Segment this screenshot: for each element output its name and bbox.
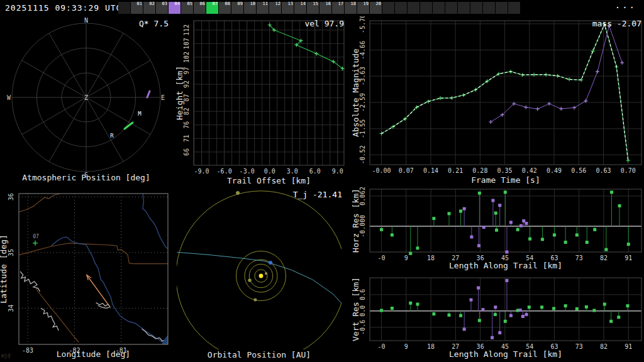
svg-text:-5.70: -5.70 [359, 16, 366, 33]
station-slot-empty[interactable] [445, 2, 457, 14]
svg-text:Q* 7.5: Q* 7.5 [139, 19, 169, 28]
svg-text:9: 9 [404, 255, 408, 261]
svg-text:Z: Z [84, 94, 88, 101]
svg-text:18: 18 [427, 343, 435, 350]
station-slot-09[interactable]: 09 [231, 2, 243, 14]
orbital-position-panel: T_j -21.41Orbital Position [AU] [176, 187, 352, 362]
light-curve-panel: -0.000.070.140.210.280.350.420.490.560.6… [352, 16, 644, 187]
svg-text:102: 102 [183, 52, 190, 63]
svg-text:Frame Time [s]: Frame Time [s] [471, 175, 540, 185]
station-slot-11[interactable]: 11 [257, 2, 269, 14]
station-slot-number: 14 [301, 1, 306, 7]
station-slot-01[interactable]: 01 [131, 2, 143, 14]
station-slot-empty[interactable] [395, 2, 407, 14]
svg-text:W: W [7, 94, 11, 101]
station-slot-number: 16 [326, 1, 331, 7]
svg-text:-0: -0 [378, 343, 386, 350]
svg-text:0.42: 0.42 [522, 167, 537, 174]
svg-text:35: 35 [8, 249, 14, 256]
station-slot-06[interactable]: 06 [194, 2, 206, 14]
station-slot-05[interactable]: 05 [181, 2, 193, 14]
svg-text:76: 76 [183, 121, 190, 129]
station-slot-empty[interactable] [118, 2, 130, 14]
station-slot-04[interactable]: 04 [169, 2, 180, 14]
station-slot-empty[interactable] [408, 2, 419, 14]
svg-text:Absolute Magnitude: Absolute Magnitude [352, 48, 360, 137]
svg-text:07: 07 [33, 234, 39, 239]
svg-text:vel 97.9: vel 97.9 [304, 19, 344, 28]
svg-text:0.35: 0.35 [497, 167, 513, 174]
svg-text:9.0: 9.0 [332, 168, 343, 175]
station-slot-20[interactable]: 20 [370, 2, 382, 14]
station-slot-16[interactable]: 16 [319, 2, 331, 14]
svg-text:R: R [110, 133, 114, 139]
svg-text:107: 107 [183, 38, 190, 49]
station-slot-number: 10 [250, 1, 255, 7]
station-slot-empty[interactable] [508, 2, 520, 14]
svg-text:Vert Res [km]: Vert Res [km] [352, 277, 360, 341]
svg-text:-0.52: -0.52 [359, 145, 366, 164]
station-slot-number: 05 [187, 1, 192, 7]
svg-text:Length Along Trail [km]: Length Along Trail [km] [449, 261, 562, 270]
svg-text:0.70: 0.70 [621, 167, 636, 174]
station-slot-17[interactable]: 17 [332, 2, 344, 14]
svg-text:0.49: 0.49 [547, 167, 562, 174]
svg-text:0.07: 0.07 [399, 167, 414, 174]
corner-note: mjd [1, 353, 10, 359]
svg-text:0.14: 0.14 [423, 167, 438, 174]
station-slot-empty[interactable] [496, 2, 508, 14]
station-slot-empty[interactable] [420, 2, 432, 14]
station-slot-12[interactable]: 12 [269, 2, 281, 14]
station-slot-number: 07 [213, 1, 218, 7]
svg-text:Atmospheric Position [deg]: Atmospheric Position [deg] [22, 173, 150, 182]
svg-text:Trail Offset [km]: Trail Offset [km] [227, 176, 311, 185]
svg-text:36: 36 [8, 193, 14, 200]
height-profile-panel: -9.0-6.0-3.00.03.06.09.06671768287929710… [176, 16, 352, 187]
svg-text:66: 66 [183, 148, 190, 156]
station-slot-07[interactable]: 07 [206, 2, 218, 14]
svg-text:34: 34 [8, 304, 14, 312]
svg-text:73: 73 [575, 255, 583, 261]
utc-timestamp: 20251115 09:33:29 UTC [5, 3, 121, 13]
station-slot-08[interactable]: 08 [219, 2, 231, 14]
station-slot-number: 19 [364, 1, 369, 7]
svg-text:-0: -0 [378, 255, 386, 261]
svg-text:Horz Res [km]: Horz Res [km] [352, 189, 360, 253]
station-slot-number: 13 [288, 1, 293, 7]
overflow-menu-icon[interactable]: ... [615, 0, 636, 10]
station-slot-number: 15 [313, 1, 318, 7]
station-slot-15[interactable]: 15 [307, 2, 319, 14]
station-slot-number: 20 [376, 1, 381, 7]
station-slot-number: 06 [200, 1, 205, 7]
station-slot-18[interactable]: 18 [345, 2, 357, 14]
station-slot-number: 11 [263, 1, 268, 7]
station-slot-empty[interactable] [470, 2, 482, 14]
station-slot-empty[interactable] [483, 2, 495, 14]
station-slot-empty[interactable] [433, 2, 445, 14]
station-slot-number: 18 [351, 1, 356, 7]
station-slot-empty[interactable] [382, 2, 394, 14]
svg-text:-9.0: -9.0 [194, 168, 209, 175]
svg-text:mass -2.07: mass -2.07 [592, 19, 641, 28]
svg-text:82: 82 [600, 343, 608, 350]
horz-res-panel: -091827364554637382910.062-0.000Length A… [352, 187, 644, 275]
station-slot-number: 17 [338, 1, 343, 7]
station-slot-13[interactable]: 13 [282, 2, 294, 14]
station-slot-14[interactable]: 14 [294, 2, 306, 14]
svg-text:3.0: 3.0 [287, 168, 298, 175]
station-slot-19[interactable]: 19 [357, 2, 369, 14]
svg-text:-83: -83 [22, 347, 33, 354]
svg-text:0.0: 0.0 [264, 168, 275, 175]
station-slot-03[interactable]: 03 [156, 2, 168, 14]
svg-text:0.21: 0.21 [448, 167, 463, 174]
station-slot-10[interactable]: 10 [244, 2, 256, 14]
svg-text:Longitude [deg]: Longitude [deg] [57, 349, 130, 359]
svg-text:112: 112 [183, 25, 190, 36]
svg-text:91: 91 [625, 255, 632, 261]
svg-text:82: 82 [600, 255, 608, 261]
svg-text:71: 71 [183, 134, 190, 142]
svg-text:T_j -21.41: T_j -21.41 [293, 190, 342, 199]
station-slot-empty[interactable] [458, 2, 470, 14]
station-slot-number: 01 [137, 1, 142, 7]
station-slot-02[interactable]: 02 [143, 2, 155, 14]
